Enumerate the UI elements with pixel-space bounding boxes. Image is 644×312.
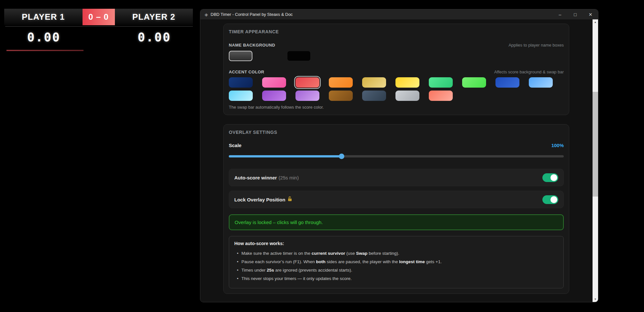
timer-appearance-title: TIMER APPEARANCE — [229, 29, 564, 34]
player2-name: PLAYER 2 — [115, 9, 193, 25]
scoreboard-divider — [5, 26, 193, 27]
accent-swatch-red[interactable] — [295, 77, 319, 88]
lock-overlay-label: Lock Overlay Position — [234, 197, 285, 202]
accent-swatch-navy[interactable] — [229, 77, 253, 88]
scrollbar-thumb[interactable] — [593, 92, 598, 197]
auto-score-label: Auto-score winner — [234, 175, 277, 180]
maximize-button[interactable]: □ — [568, 9, 583, 19]
app-icon: ◈ — [205, 12, 208, 17]
accent-color-note: Affects score background & swap bar — [494, 70, 564, 74]
info-bullets: Make sure the active timer is on the cur… — [234, 249, 558, 283]
accent-color-label: ACCENT COLOR — [229, 70, 264, 74]
name-background-swatches — [229, 51, 564, 61]
accent-swatch-yellow[interactable] — [395, 77, 419, 88]
info-bullet: Times under 25s are ignored (prevents ac… — [234, 266, 558, 274]
titlebar[interactable]: ◈ DBD Timer - Control Panel by Steaxs & … — [200, 9, 598, 19]
name-bg-swatch-dark-gray[interactable] — [229, 51, 252, 61]
score-box: 0 – 0 — [83, 9, 115, 25]
accent-swatch-slate[interactable] — [362, 91, 386, 101]
scale-slider-thumb[interactable] — [339, 154, 344, 159]
accent-color-grid — [229, 77, 565, 101]
accent-swatch-cyan[interactable] — [229, 91, 253, 101]
scoreboard-header: PLAYER 1 0 – 0 PLAYER 2 — [4, 9, 193, 25]
auto-score-suffix: (25s min) — [279, 175, 299, 180]
accent-swatch-royal-blue[interactable] — [495, 77, 519, 88]
window-content: TIMER APPEARANCE NAME BACKGROUND Applies… — [200, 19, 593, 302]
lock-overlay-toggle-knob — [550, 196, 557, 203]
scale-slider-fill — [229, 155, 341, 157]
name-background-label: NAME BACKGROUND — [229, 43, 275, 48]
accent-swatch-coral[interactable] — [429, 91, 453, 101]
auto-score-toggle-knob — [550, 174, 557, 181]
name-bg-swatch-black[interactable] — [287, 51, 311, 61]
accent-swatch-purple[interactable] — [262, 91, 286, 101]
control-panel-window: ◈ DBD Timer - Control Panel by Steaxs & … — [200, 9, 598, 302]
info-heading: How auto-score works: — [234, 241, 558, 246]
accent-swatch-orange[interactable] — [329, 77, 353, 88]
accent-swatch-silver[interactable] — [395, 91, 419, 101]
scale-label: Scale — [229, 143, 241, 148]
player1-timer: 0.00 — [4, 30, 83, 44]
lock-overlay-toggle[interactable] — [542, 195, 558, 204]
scale-slider[interactable] — [229, 154, 564, 159]
active-player-underline — [6, 50, 83, 51]
window-scrollbar[interactable]: ▲ ▼ — [593, 19, 598, 302]
overlay-settings-title: OVERLAY SETTINGS — [229, 130, 564, 135]
info-bullet: This never stops your timers — it only u… — [234, 274, 558, 283]
info-bullet: Pause each survivor’s run (F1). When bot… — [234, 258, 558, 266]
accent-swatch-brown[interactable] — [329, 91, 353, 101]
window-title: DBD Timer - Control Panel by Steaxs & Do… — [211, 12, 293, 17]
name-background-note: Applies to player name boxes — [508, 43, 564, 48]
scroll-down-icon[interactable]: ▼ — [593, 296, 598, 302]
accent-swatch-emerald[interactable] — [429, 77, 453, 88]
auto-score-info-box: How auto-score works: Make sure the acti… — [229, 236, 564, 288]
window-controls: – □ ✕ — [552, 9, 598, 19]
minimize-button[interactable]: – — [552, 9, 568, 19]
accent-swatch-lime-green[interactable] — [462, 77, 486, 88]
scroll-up-icon[interactable]: ▲ — [593, 19, 598, 25]
accent-swatch-pink[interactable] — [262, 77, 286, 88]
accent-swatch-gold[interactable] — [362, 77, 386, 88]
scale-value: 100% — [551, 143, 564, 148]
swap-bar-caption: The swap bar automatically follows the s… — [229, 105, 564, 110]
overlay-settings-card: OVERLAY SETTINGS Scale 100% Auto-score w… — [223, 124, 569, 294]
player1-name: PLAYER 1 — [4, 9, 83, 25]
player2-timer: 0.00 — [116, 30, 193, 44]
close-button[interactable]: ✕ — [583, 9, 598, 19]
timer-appearance-card: TIMER APPEARANCE NAME BACKGROUND Applies… — [223, 24, 569, 115]
lock-overlay-row: Lock Overlay Position — [229, 191, 564, 208]
overlay-locked-alert: Overlay is locked – clicks will go throu… — [229, 214, 564, 230]
accent-swatch-sky-blue[interactable] — [529, 77, 553, 88]
accent-swatch-lavender[interactable] — [295, 91, 319, 101]
auto-score-toggle[interactable] — [542, 173, 558, 182]
info-bullet: Make sure the active timer is on the cur… — [234, 249, 558, 258]
auto-score-row: Auto-score winner (25s min) — [229, 169, 564, 186]
unlock-icon — [288, 196, 292, 203]
